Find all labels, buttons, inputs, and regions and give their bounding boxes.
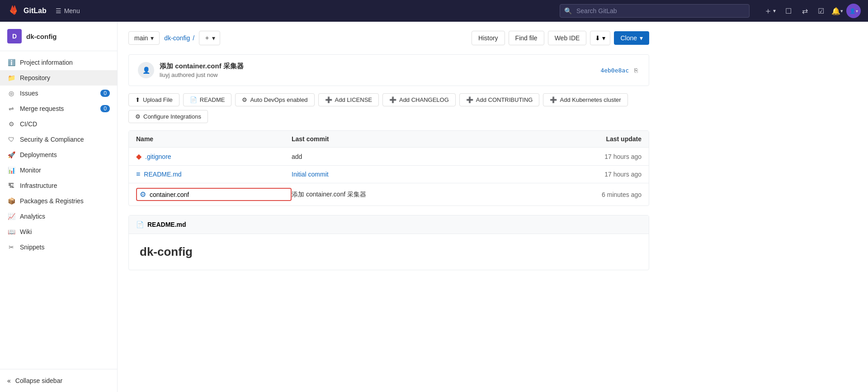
branch-chevron-icon: ▾ [151,34,154,42]
file-link-gitignore[interactable]: ◆ .gitignore [136,152,292,161]
search-input[interactable] [560,4,750,18]
upload-file-button[interactable]: ⬆ Upload File [128,93,179,106]
sidebar-item-project-information[interactable]: ℹ️ Project information [0,55,117,70]
merge-requests-nav-icon: ⇌ [7,105,15,112]
download-chevron-icon: ▾ [602,34,605,42]
main-layout: D dk-config ℹ️ Project information 📁 Rep… [0,22,868,392]
download-button[interactable]: ⬇ ▾ [590,31,610,45]
add-changelog-button[interactable]: ➕ Add CHANGELOG [382,93,456,106]
auto-devops-button[interactable]: ⚙ Auto DevOps enabled [235,93,314,106]
sidebar-item-repository[interactable]: 📁 Repository [0,70,117,86]
collapse-sidebar-button[interactable]: « Collapse sidebar [0,373,117,388]
col-name: Name [136,135,292,143]
todo-icon-button[interactable]: ☐ [781,4,796,18]
breadcrumb: dk-config / [164,34,194,42]
commit-hash[interactable]: 4eb0e8ac [600,67,629,74]
date-gitignore: 17 hours ago [525,153,642,160]
merge-icon: ⇄ [802,7,808,15]
sidebar-item-deployments[interactable]: 🚀 Deployments [0,147,117,163]
repo-toolbar: main ▾ dk-config / ＋ ▾ History Find file… [128,31,649,45]
sidebar-item-cicd[interactable]: ⚙ CI/CD [0,116,117,132]
cicd-icon: ⚙ [7,120,15,128]
sidebar-header: D dk-config [0,22,117,51]
sidebar-item-analytics[interactable]: 📈 Analytics [0,209,117,224]
add-license-button[interactable]: ➕ Add LICENSE [318,93,379,106]
menu-button[interactable]: ☰ Menu [52,5,84,16]
toolbar-actions: History Find file Web IDE ⬇ ▾ Clone ▾ [472,31,649,45]
sidebar-item-wiki[interactable]: 📖 Wiki [0,224,117,239]
file-table-header: Name Last commit Last update [129,131,649,148]
commit-text: 添加 container.conf 采集器 liuyj authored jus… [160,62,244,78]
upload-icon: ⬆ [135,96,140,103]
date-readme: 17 hours ago [525,171,642,178]
plus-icon: ＋ [764,5,772,16]
diamond-file-icon: ◆ [136,152,142,161]
avatar-letter: 👤 [849,8,856,14]
sidebar-item-packages[interactable]: 📦 Packages & Registries [0,193,117,209]
file-link-readme[interactable]: ≡ README.md [136,170,292,178]
security-icon: 🛡 [7,136,15,143]
search-icon: 🔍 [564,7,572,14]
sidebar-item-monitor[interactable]: 📊 Monitor [0,163,117,178]
project-avatar: D [7,29,22,43]
info-icon: ℹ️ [7,59,15,66]
bell-icon: 🔔 [831,7,840,15]
user-avatar-button[interactable]: 👤 ▾ [846,4,861,18]
readme-title: dk-config [140,245,638,259]
gitlab-text: GitLab [24,7,47,15]
clone-button[interactable]: Clone ▾ [614,31,649,45]
col-update: Last update [525,135,642,143]
commit-msg-readme[interactable]: Initial commit [292,171,525,178]
commit-message: 添加 container.conf 采集器 [160,62,244,71]
add-kubernetes-button[interactable]: ➕ Add Kubernetes cluster [543,93,627,106]
date-container: 6 minutes ago [525,191,642,198]
web-ide-button[interactable]: Web IDE [548,31,587,45]
config-file-icon: ⚙ [140,190,146,199]
table-row: ⚙ container.conf 添加 container.conf 采集器 6… [129,183,649,206]
copy-hash-button[interactable]: ⎘ [632,65,640,76]
breadcrumb-root[interactable]: dk-config [164,34,190,42]
wiki-icon: 📖 [7,228,15,235]
nav-icon-group: ＋ ▾ ☐ ⇄ ☑ 🔔 ▾ 👤 ▾ [760,4,861,18]
history-button[interactable]: History [472,31,505,45]
issues-icon: ☑ [818,7,824,15]
snippets-icon: ✂ [7,244,15,251]
chevron-left-icon: « [7,377,11,384]
download-icon: ⬇ [595,34,600,42]
add-file-dropdown[interactable]: ＋ ▾ [199,31,220,45]
repository-icon: 📁 [7,74,15,81]
action-buttons: ⬆ Upload File 📄 README ⚙ Auto DevOps ena… [128,93,649,123]
plus-contributing-icon: ➕ [466,96,473,103]
plus-file-icon: ＋ [204,34,210,42]
main-content: main ▾ dk-config / ＋ ▾ History Find file… [118,22,868,392]
gear-integrations-icon: ⚙ [135,113,141,120]
user-silhouette-icon: 👤 [142,67,150,74]
table-row: ≡ README.md Initial commit 17 hours ago [129,166,649,183]
sidebar-item-merge-requests[interactable]: ⇌ Merge requests 0 [0,101,117,116]
commit-author: liuyj authored just now [160,72,244,78]
readme-button[interactable]: 📄 README [183,93,232,106]
issues-icon-button[interactable]: ☑ [814,4,828,18]
readme-body: dk-config [129,234,649,270]
chevron-down-icon: ▾ [773,8,776,14]
file-link-container-conf[interactable]: ⚙ container.conf [136,188,292,201]
sidebar-item-security[interactable]: 🛡 Security & Compliance [0,132,117,147]
sidebar-item-issues[interactable]: ◎ Issues 0 [0,86,117,101]
find-file-button[interactable]: Find file [509,31,544,45]
merge-requests-icon-button[interactable]: ⇄ [797,4,812,18]
configure-integrations-button[interactable]: ⚙ Configure Integrations [128,110,208,123]
create-new-button[interactable]: ＋ ▾ [760,4,779,18]
add-contributing-button[interactable]: ➕ Add CONTRIBUTING [459,93,540,106]
sidebar-item-infrastructure[interactable]: 🏗 Infrastructure [0,178,117,193]
branch-selector[interactable]: main ▾ [128,31,160,45]
col-commit: Last commit [292,135,525,143]
content-inner: main ▾ dk-config / ＋ ▾ History Find file… [118,22,660,279]
issues-nav-icon: ◎ [7,90,15,97]
gear-icon: ⚙ [242,96,247,103]
notifications-button[interactable]: 🔔 ▾ [830,4,844,18]
readme-icon: 📄 [190,96,197,103]
packages-icon: 📦 [7,197,15,205]
commit-card: 👤 添加 container.conf 采集器 liuyj authored j… [128,54,649,86]
gitlab-logo[interactable]: GitLab [7,5,47,17]
sidebar-item-snippets[interactable]: ✂ Snippets [0,239,117,255]
